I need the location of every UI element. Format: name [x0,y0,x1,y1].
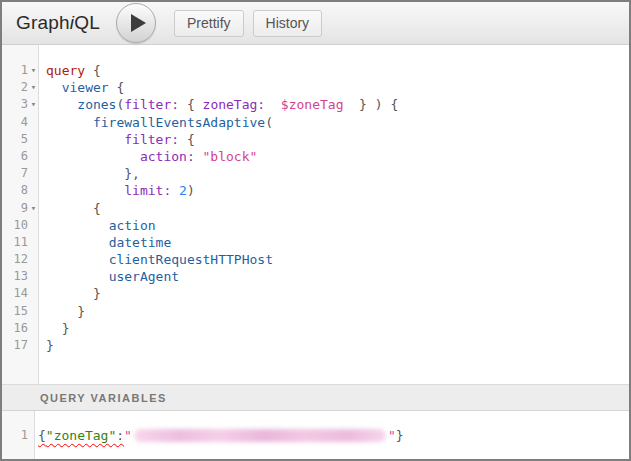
code-line: filter: { [46,131,629,148]
token-ws [46,235,109,250]
line-number: 9 [2,200,28,217]
query-code[interactable]: query { viewer { zones(filter: { zoneTag… [39,45,629,384]
fold-arrow-empty [28,234,39,251]
fold-arrow-icon[interactable]: ▾ [28,96,39,113]
fold-arrow-icon[interactable]: ▾ [28,200,39,217]
line-number: 12 [2,251,28,268]
token-punc: { [179,97,202,112]
gutter-row: 1▾ [2,62,38,79]
line-number: 17 [2,337,28,354]
token-punc: } [46,338,54,353]
token-punc: : [116,428,124,443]
token-punc: { [85,63,101,78]
query-variables-title[interactable]: QUERY VARIABLES [2,384,629,411]
code-line: }, [46,165,629,182]
query-editor: 1▾2▾3▾456789▾1011121314151617 query { vi… [2,45,629,384]
token-ws [46,201,93,216]
gutter-row: 14 [2,285,38,302]
fold-arrow-icon[interactable]: ▾ [28,79,39,96]
token-punc: } [62,321,70,336]
token-ws [46,149,140,164]
token-punc: } [396,428,404,443]
gutter-row: 4 [2,114,38,131]
gutter-row: 5 [2,131,38,148]
gutter-row: 1 [2,427,34,444]
token-punc: { [179,132,195,147]
code-line: action [46,217,629,234]
variables-editor: 1 {"zoneTag":""} [2,411,629,459]
token-ws [46,166,124,181]
fold-arrow-empty [28,148,39,165]
execute-query-button[interactable] [116,3,156,43]
token-punc: ) [187,183,195,198]
logo-part-graph: Graph [16,12,70,33]
token-ws [46,269,109,284]
token-prop: action [109,218,156,233]
gutter-row: 7 [2,165,38,182]
gutter-row: 10 [2,217,38,234]
token-ws [46,80,62,95]
code-line: { [46,200,629,217]
code-line: firewallEventsAdaptive( [46,114,629,131]
variables-code[interactable]: {"zoneTag":""} [35,411,629,459]
query-gutter: 1▾2▾3▾456789▾1011121314151617 [2,45,39,384]
token-ws [46,321,62,336]
token-ws [46,183,124,198]
code-line: } [46,337,629,354]
line-number: 6 [2,148,28,165]
fold-arrow-empty [28,114,39,131]
line-number: 5 [2,131,28,148]
gutter-row: 2▾ [2,79,38,96]
token-prop: viewer [62,80,109,95]
code-line: limit: 2) [46,182,629,199]
token-punc: { [38,428,46,443]
code-line: zones(filter: { zoneTag: $zoneTag } ) { [46,96,629,113]
code-line: datetime [46,234,629,251]
token-ws [46,252,109,267]
token-ws [46,97,77,112]
toolbar: GraphiQL Prettify History [2,2,629,45]
token-str: "block" [203,149,258,164]
line-number: 4 [2,114,28,131]
token-attr: filter: [124,97,179,112]
line-number: 14 [2,285,28,302]
line-number: 7 [2,165,28,182]
fold-arrow-icon[interactable]: ▾ [28,62,39,79]
token-attr: filter: [124,132,179,147]
fold-arrow-empty [28,285,39,302]
line-number: 1 [2,427,28,444]
code-line: } [46,320,629,337]
token-prop: firewallEventsAdaptive [93,115,265,130]
gutter-row: 3▾ [2,96,38,113]
line-number: 1 [2,62,28,79]
fold-arrow-empty [28,337,39,354]
token-kw: query [46,63,85,78]
token-var: $zoneTag [281,97,344,112]
token-punc: ( [265,115,273,130]
token-punc: } [93,286,101,301]
fold-arrow-empty [28,217,39,234]
token-ws [171,183,179,198]
token-punc: { [109,80,125,95]
gutter-row: 16 [2,320,38,337]
code-line: } [46,303,629,320]
token-attr: zoneTag: [203,97,266,112]
token-ws [46,286,93,301]
line-number: 15 [2,303,28,320]
gutter-row: 11 [2,234,38,251]
token-num: 2 [179,183,187,198]
token-ws [46,115,93,130]
token-prop: userAgent [109,269,179,284]
gutter-row: 17 [2,337,38,354]
code-line: clientRequestHTTPHost [46,251,629,268]
token-ws [46,132,124,147]
token-prop: datetime [109,235,172,250]
history-button[interactable]: History [253,10,323,37]
token-prop: zones [77,97,116,112]
line-number: 8 [2,182,28,199]
token-ws [46,218,109,233]
prettify-button[interactable]: Prettify [174,10,244,37]
code-line: viewer { [46,79,629,96]
token-json-prop: "zoneTag" [46,428,116,443]
gutter-row: 13 [2,268,38,285]
